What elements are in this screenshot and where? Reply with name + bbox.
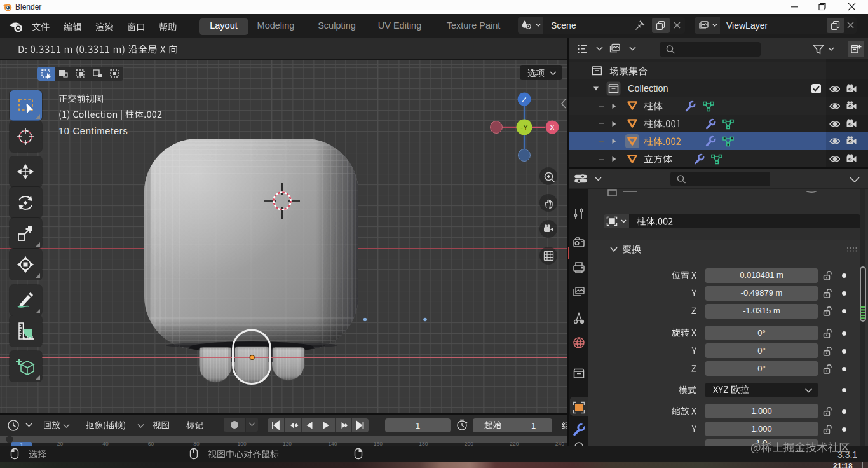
svg-text:-Y: -Y: [520, 123, 528, 132]
svg-text:X: X: [550, 123, 555, 132]
svg-text:Z: Z: [522, 95, 526, 104]
